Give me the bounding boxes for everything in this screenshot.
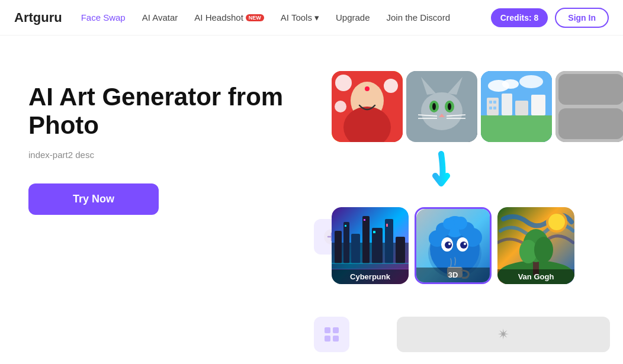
svg-point-4	[335, 75, 352, 91]
logo: Artguru	[14, 10, 62, 25]
hero-title: AI Art Generator from Photo	[28, 83, 303, 140]
style-card-vangogh[interactable]: Van Gogh	[497, 207, 574, 284]
svg-rect-32	[493, 101, 496, 104]
svg-point-7	[365, 86, 370, 91]
try-now-button[interactable]: Try Now	[28, 183, 159, 215]
hero-description: index-part2 desc	[28, 150, 303, 160]
vangogh-label: Van Gogh	[497, 269, 574, 284]
svg-rect-41	[335, 231, 342, 263]
svg-point-63	[454, 217, 467, 230]
svg-point-78	[548, 214, 565, 230]
nav-links: Face Swap AI Avatar AI Headshot NEW AI T…	[81, 12, 472, 23]
svg-point-68	[448, 243, 451, 245]
svg-point-5	[384, 79, 398, 93]
style-card-cyberpunk[interactable]: Cyberpunk	[332, 207, 409, 284]
svg-point-66	[445, 241, 452, 249]
hero-illustration: Cyberpunk	[332, 36, 623, 364]
svg-point-69	[464, 243, 466, 245]
svg-rect-80	[333, 327, 339, 333]
cyberpunk-label: Cyberpunk	[332, 269, 409, 284]
svg-point-62	[443, 218, 455, 230]
input-image-town	[481, 71, 552, 142]
nav-ai-avatar[interactable]: AI Avatar	[142, 12, 178, 22]
svg-rect-31	[489, 101, 492, 104]
top-image-row	[332, 71, 623, 142]
new-badge: NEW	[246, 14, 264, 21]
svg-point-25	[519, 75, 543, 88]
style-card-3d[interactable]: 3D	[415, 207, 492, 284]
hero-section: AI Art Generator from Photo index-part2 …	[0, 36, 332, 364]
nav-join-discord[interactable]: Join the Discord	[387, 12, 451, 22]
svg-point-24	[502, 79, 519, 89]
navbar: Artguru Face Swap AI Avatar AI Headshot …	[0, 0, 623, 36]
svg-rect-34	[493, 107, 496, 109]
dropdown-arrow-icon: ▾	[314, 12, 319, 23]
svg-point-67	[460, 241, 467, 249]
signin-button[interactable]: Sign In	[555, 8, 609, 28]
svg-rect-52	[373, 231, 375, 233]
svg-point-9	[421, 92, 463, 130]
svg-rect-50	[345, 225, 346, 227]
svg-rect-37	[558, 108, 623, 139]
credits-button[interactable]: Credits: 8	[491, 8, 548, 27]
svg-rect-81	[325, 336, 330, 342]
nav-right: Credits: 8 Sign In	[491, 8, 609, 28]
svg-rect-27	[487, 98, 499, 115]
svg-point-15	[448, 103, 451, 110]
input-image-person	[332, 71, 403, 142]
svg-rect-51	[364, 219, 365, 221]
wand-icon: ✴	[497, 326, 509, 343]
svg-rect-29	[515, 101, 528, 115]
svg-point-14	[432, 103, 436, 110]
style-card-row: Cyberpunk	[332, 207, 574, 284]
svg-point-6	[335, 101, 346, 112]
nav-ai-tools[interactable]: AI Tools ▾	[281, 12, 319, 23]
nav-ai-headshot[interactable]: AI Headshot NEW	[194, 12, 264, 22]
svg-rect-36	[558, 74, 623, 105]
svg-rect-79	[325, 327, 330, 333]
nav-face-swap[interactable]: Face Swap	[81, 12, 126, 22]
svg-point-76	[534, 237, 553, 263]
arrow-down-icon	[423, 151, 459, 201]
svg-rect-30	[531, 95, 545, 115]
main-content: AI Art Generator from Photo index-part2 …	[0, 36, 623, 364]
svg-rect-82	[333, 336, 339, 342]
svg-rect-26	[481, 115, 552, 142]
input-image-placeholder	[555, 71, 623, 142]
generation-bar: ✴	[397, 317, 610, 352]
svg-rect-43	[351, 234, 360, 263]
bottom-loading-area: ✴	[314, 317, 610, 352]
grid-icon-placeholder	[314, 317, 349, 352]
svg-rect-33	[489, 107, 492, 109]
svg-rect-44	[362, 216, 370, 263]
input-image-cat	[406, 71, 477, 142]
3d-label: 3D	[416, 268, 490, 282]
svg-rect-47	[396, 237, 405, 263]
svg-rect-42	[343, 222, 349, 263]
nav-upgrade[interactable]: Upgrade	[336, 12, 370, 22]
svg-rect-53	[386, 224, 388, 227]
svg-rect-28	[502, 94, 512, 115]
